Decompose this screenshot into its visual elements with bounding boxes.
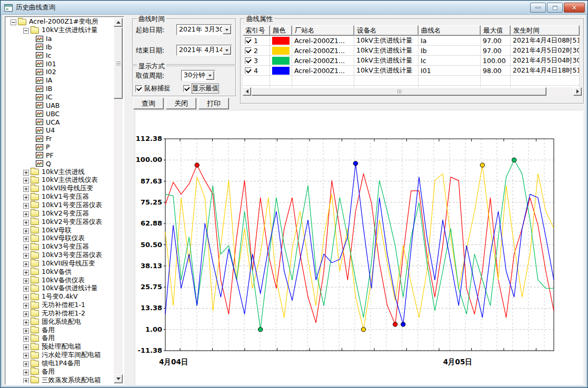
tree-item[interactable]: 备用 — [6, 334, 114, 343]
tree-item[interactable]: UAB — [6, 101, 114, 109]
expand-icon[interactable] — [23, 169, 29, 175]
column-header[interactable]: 发生时间 — [511, 25, 580, 36]
tree-item[interactable]: 馈电1P4备用 — [6, 360, 114, 368]
history-curve-chart[interactable]: 112.38100.0087.6375.2562.8850.5038.1325.… — [135, 110, 584, 385]
expand-icon[interactable] — [23, 294, 29, 300]
tree-item[interactable]: IB — [6, 85, 114, 93]
checkbox-icon[interactable] — [135, 85, 142, 92]
table-row[interactable]: 2Acrel-2000Z1...10kV主供进线计量Ib97.002021年4月… — [243, 46, 582, 56]
show-extremes-checkbox[interactable]: 显示最值 — [183, 84, 218, 93]
scroll-down-button[interactable] — [114, 374, 123, 383]
tree-item[interactable]: Ic — [6, 51, 114, 59]
tree-scrollbar[interactable] — [114, 18, 123, 383]
tree-scrollbar-thumb[interactable] — [114, 27, 123, 99]
expand-icon[interactable] — [23, 236, 29, 241]
tree-item[interactable]: 预处理配电箱 — [6, 343, 114, 351]
tree-item[interactable]: 无功补偿柜1-2 — [6, 310, 114, 318]
tree-item[interactable]: Q — [6, 159, 114, 168]
end-date-picker[interactable]: 2021年 4月14 — [176, 45, 232, 56]
expand-icon[interactable] — [23, 311, 29, 316]
tree-item[interactable]: 10kV2号变压器 — [6, 209, 114, 218]
tree-item[interactable]: 三效蒸发系统配电箱 — [6, 376, 114, 383]
tree-item[interactable]: 10kVI段母线压变 — [6, 185, 114, 193]
expand-icon[interactable] — [23, 302, 29, 308]
expand-icon[interactable] — [23, 186, 29, 191]
tree-item[interactable]: 污水处理车间配电箱 — [6, 351, 114, 360]
print-button[interactable]: 打印 — [198, 98, 229, 109]
tree-item[interactable]: Ib — [6, 43, 114, 52]
expand-icon[interactable] — [23, 278, 29, 283]
close-dialog-button[interactable]: 关闭 — [166, 98, 196, 109]
tree-item[interactable]: P — [6, 143, 114, 151]
maximize-button[interactable] — [547, 3, 563, 13]
expand-icon[interactable] — [23, 219, 29, 225]
tree-item[interactable]: UBC — [6, 109, 114, 118]
tree-item[interactable]: 10kV母联 — [6, 226, 114, 234]
tree-item[interactable]: 10kV3号变压器 — [6, 243, 114, 251]
tree-item[interactable]: 10kV1号变压器 — [6, 193, 114, 201]
table-row[interactable]: 3Acrel-2000Z1...10kV主供进线计量Ic100.002021年4… — [243, 56, 582, 66]
expand-icon[interactable] — [23, 244, 29, 250]
expand-icon[interactable] — [23, 228, 29, 233]
expand-icon[interactable] — [23, 335, 29, 341]
expand-icon[interactable] — [23, 344, 29, 350]
expand-icon[interactable] — [23, 319, 29, 325]
scroll-right-button[interactable] — [573, 87, 582, 96]
tree-item[interactable]: 10kV主供进线仪表 — [6, 176, 114, 185]
expand-icon[interactable] — [23, 177, 29, 183]
row-checkbox[interactable] — [245, 47, 252, 54]
expand-icon[interactable] — [23, 269, 29, 275]
start-date-picker[interactable]: 2021年 3月30 — [176, 24, 232, 35]
start-date-dropdown-button[interactable] — [223, 25, 231, 34]
expand-icon[interactable] — [23, 261, 29, 267]
mouse-capture-checkbox[interactable]: 鼠标捕捉 — [135, 84, 171, 93]
minimize-button[interactable] — [530, 3, 546, 13]
tree-item[interactable]: PF — [6, 151, 114, 160]
expand-icon[interactable] — [23, 352, 29, 358]
tree-item[interactable]: 10kV主供进线计量 — [6, 26, 114, 35]
tree-item[interactable]: I01 — [6, 59, 114, 68]
period-dropdown-button[interactable] — [206, 71, 214, 80]
expand-icon[interactable] — [23, 202, 29, 208]
tree-item[interactable]: Acrel-2000Z1#变电所 — [6, 18, 114, 26]
expand-icon[interactable] — [23, 252, 29, 258]
tree-item[interactable]: 10kV3号变压器仪表 — [6, 251, 114, 260]
tree-item[interactable]: 10kV备供 — [6, 268, 114, 276]
scroll-left-button[interactable] — [243, 87, 251, 96]
checkbox-icon[interactable] — [183, 85, 190, 92]
column-header[interactable]: 索引号 — [243, 25, 270, 36]
tree-item[interactable]: 10kV备供进线计量 — [6, 284, 114, 293]
column-header[interactable]: 颜色 — [270, 25, 292, 36]
row-checkbox[interactable] — [245, 67, 252, 74]
table-row[interactable]: 1Acrel-2000Z1...10kV主供进线计量Ia97.002021年4月… — [243, 36, 582, 46]
table-hscrollbar[interactable] — [243, 87, 582, 96]
row-checkbox[interactable] — [245, 37, 252, 44]
expand-icon[interactable] — [23, 328, 29, 333]
tree-item[interactable]: Fr — [6, 135, 114, 143]
period-select[interactable]: 30分钟 — [181, 70, 215, 81]
expand-icon[interactable] — [23, 377, 29, 383]
tree-item[interactable]: Ia — [6, 35, 114, 43]
query-button[interactable]: 查询 — [133, 98, 164, 109]
tree-item[interactable]: 无功补偿柜1-1 — [6, 301, 114, 310]
column-header[interactable]: 最大值 — [481, 25, 511, 36]
tree-item[interactable]: 10kV1号变压器仪表 — [6, 201, 114, 210]
tree-item[interactable]: 10kV母联仪表 — [6, 234, 114, 243]
end-date-dropdown-button[interactable] — [223, 46, 231, 55]
tree-item[interactable]: 1号变0.4kV — [6, 293, 114, 301]
tree-item[interactable]: UCA — [6, 118, 114, 126]
tree-item[interactable]: 10kVII段母线压变 — [6, 259, 114, 268]
tree-item[interactable]: 10kV主供进线 — [6, 168, 114, 176]
tree-item[interactable]: IA — [6, 76, 114, 85]
expand-icon[interactable] — [23, 369, 29, 375]
column-header[interactable]: 设备名 — [354, 25, 418, 36]
tree-item[interactable]: U4 — [6, 126, 114, 135]
table-row[interactable]: 4Acrel-2000Z1...10kV主供进线计量I0198.002021年4… — [243, 66, 582, 76]
tree-item[interactable]: 备用 — [6, 326, 114, 334]
tree-item[interactable]: 10kV2号变压器仪表 — [6, 218, 114, 226]
tree-item[interactable]: IC — [6, 93, 114, 101]
close-button[interactable]: ✕ — [564, 3, 585, 13]
collapse-icon[interactable] — [11, 19, 16, 25]
collapse-icon[interactable] — [23, 27, 29, 33]
column-header[interactable]: 厂站名 — [292, 25, 354, 36]
